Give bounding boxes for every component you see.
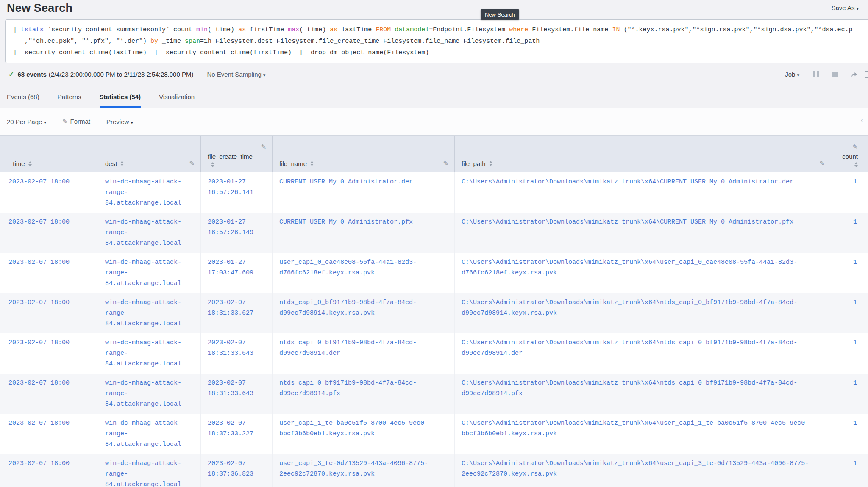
sort-icon[interactable] [310, 161, 314, 166]
cell-file_name[interactable]: user_capi_0_eae48e08-55fa-44a1-82d3-d766… [272, 253, 454, 293]
save-as-label: Save As [831, 4, 854, 11]
cell-file_create_time[interactable]: 2023-02-07 18:31:33.643 [200, 374, 272, 414]
sort-icon[interactable] [28, 161, 32, 166]
edit-column-icon[interactable]: ✎ [443, 160, 448, 167]
stop-job-button[interactable] [832, 72, 838, 77]
cell-count[interactable]: 1 [831, 293, 868, 333]
column-label[interactable]: file_create_time [208, 153, 266, 160]
sort-up-arrow [854, 162, 858, 164]
cell-dest[interactable]: win-dc-mhaag-attack-range-84.attackrange… [98, 293, 200, 333]
cell-file_name[interactable]: ntds_capi_0_bf9171b9-98bd-4f7a-84cd-d99e… [272, 293, 454, 333]
column-label[interactable]: count [842, 153, 858, 160]
event-sampling-dropdown[interactable]: No Event Sampling▾ [207, 71, 265, 78]
search-query-input[interactable]: | tstats `security_content_summariesonly… [5, 19, 868, 63]
print-button-clipped[interactable] [865, 71, 868, 78]
cell-file_create_time[interactable]: 2023-02-07 18:37:36.823 [200, 454, 272, 487]
cell-count[interactable]: 1 [831, 374, 868, 414]
tab-visualization[interactable]: Visualization [159, 86, 195, 108]
cell-file_name[interactable]: CURRENT_USER_My_0_Administrator.pfx [272, 213, 454, 253]
tab-patterns[interactable]: Patterns [58, 86, 81, 108]
cell-file_create_time[interactable]: 2023-02-07 18:37:33.227 [200, 414, 272, 454]
stop-icon [832, 72, 838, 77]
sort-up-arrow [211, 162, 214, 164]
cell-time[interactable]: 2023-02-07 18:00 [0, 293, 98, 333]
sort-down-arrow [310, 164, 314, 166]
edit-column-icon[interactable]: ✎ [819, 160, 825, 167]
query-token: Filesystem.file_name [528, 26, 612, 33]
edit-column-icon[interactable]: ✎ [852, 143, 858, 151]
table-row: 2023-02-07 18:00win-dc-mhaag-attack-rang… [0, 333, 868, 374]
cell-count[interactable]: 1 [831, 213, 868, 253]
column-label[interactable]: file_path [462, 160, 486, 167]
cell-time[interactable]: 2023-02-07 18:00 [0, 213, 98, 253]
edit-column-icon[interactable]: ✎ [189, 160, 195, 167]
query-token: =1h Filesystem.dest Filesystem.file_crea… [200, 38, 540, 45]
title-row: New Search Save As▾ [0, 0, 868, 19]
cell-file_name[interactable]: ntds_capi_0_bf9171b9-98bd-4f7a-84cd-d99e… [272, 374, 454, 414]
cell-file_path[interactable]: C:\Users\Administrator\Downloads\mimikat… [454, 333, 831, 374]
cell-file_name[interactable]: user_capi_1_te-ba0c51f5-8700-4ec5-9ec0-b… [272, 414, 454, 454]
preview-dropdown[interactable]: Preview▾ [106, 118, 133, 125]
header-bottom-row: file_path✎ [462, 160, 825, 167]
column-header-count: ✎count [831, 136, 868, 172]
tab-statistics-54[interactable]: Statistics (54) [100, 86, 141, 108]
cell-file_path[interactable]: C:\Users\Administrator\Downloads\mimikat… [454, 454, 831, 487]
per-page-dropdown[interactable]: 20 Per Page▾ [7, 118, 46, 125]
cell-time[interactable]: 2023-02-07 18:00 [0, 454, 98, 487]
cell-file_name[interactable]: ntds_capi_0_bf9171b9-98bd-4f7a-84cd-d99e… [272, 333, 454, 374]
header-bottom-row: _time [9, 160, 92, 167]
event-count: 68 events [17, 71, 46, 78]
query-token: IN [612, 26, 620, 33]
cell-file_name[interactable]: user_capi_3_te-0d713529-443a-4096-8775-2… [272, 454, 454, 487]
column-label[interactable]: dest [105, 160, 117, 167]
cell-file_create_time[interactable]: 2023-01-27 17:03:47.609 [200, 253, 272, 293]
share-job-button[interactable] [851, 71, 858, 78]
format-button[interactable]: ✎Format [62, 118, 90, 125]
cell-dest[interactable]: win-dc-mhaag-attack-range-84.attackrange… [98, 374, 200, 414]
sort-icon[interactable] [211, 162, 266, 167]
save-as-button[interactable]: Save As▾ [831, 2, 859, 11]
table-row: 2023-02-07 18:00win-dc-mhaag-attack-rang… [0, 374, 868, 414]
cell-time[interactable]: 2023-02-07 18:00 [0, 414, 98, 454]
pause-job-button[interactable] [812, 71, 820, 77]
cell-file_path[interactable]: C:\Users\Administrator\Downloads\mimikat… [454, 253, 831, 293]
cell-time[interactable]: 2023-02-07 18:00 [0, 374, 98, 414]
cell-dest[interactable]: win-dc-mhaag-attack-range-84.attackrange… [98, 253, 200, 293]
cell-count[interactable]: 1 [831, 172, 868, 213]
cell-file_create_time[interactable]: 2023-02-07 18:31:33.643 [200, 333, 272, 374]
cell-time[interactable]: 2023-02-07 18:00 [0, 333, 98, 374]
cell-file_create_time[interactable]: 2023-01-27 16:57:26.149 [200, 213, 272, 253]
cell-time[interactable]: 2023-02-07 18:00 [0, 172, 98, 213]
cell-time[interactable]: 2023-02-07 18:00 [0, 253, 98, 293]
cell-dest[interactable]: win-dc-mhaag-attack-range-84.attackrange… [98, 172, 200, 213]
cell-dest[interactable]: win-dc-mhaag-attack-range-84.attackrange… [98, 333, 200, 374]
cell-file_name[interactable]: CURRENT_USER_My_0_Administrator.der [272, 172, 454, 213]
cell-file_path[interactable]: C:\Users\Administrator\Downloads\mimikat… [454, 172, 831, 213]
column-header-dest: dest✎ [98, 136, 200, 172]
cell-file_path[interactable]: C:\Users\Administrator\Downloads\mimikat… [454, 414, 831, 454]
cell-file_path[interactable]: C:\Users\Administrator\Downloads\mimikat… [454, 374, 831, 414]
tab-events-68[interactable]: Events (68) [7, 86, 39, 108]
cell-file_path[interactable]: C:\Users\Administrator\Downloads\mimikat… [454, 213, 831, 253]
cell-dest[interactable]: win-dc-mhaag-attack-range-84.attackrange… [98, 414, 200, 454]
cell-file_path[interactable]: C:\Users\Administrator\Downloads\mimikat… [454, 293, 831, 333]
cell-file_create_time[interactable]: 2023-02-07 18:31:33.627 [200, 293, 272, 333]
cell-file_create_time[interactable]: 2023-01-27 16:57:26.141 [200, 172, 272, 213]
sort-icon[interactable] [489, 161, 492, 166]
cell-dest[interactable]: win-dc-mhaag-attack-range-84.attackrange… [98, 454, 200, 487]
cell-dest[interactable]: win-dc-mhaag-attack-range-84.attackrange… [98, 213, 200, 253]
job-menu-button[interactable]: Job▾ [785, 71, 799, 78]
column-label[interactable]: _time [9, 160, 25, 167]
sort-up-arrow [120, 161, 124, 163]
chevron-down-icon: ▾ [856, 6, 859, 11]
prev-columns-chevron[interactable]: ‹ [861, 116, 864, 125]
edit-column-icon[interactable]: ✎ [261, 143, 266, 151]
cell-count[interactable]: 1 [831, 454, 868, 487]
cell-count[interactable]: 1 [831, 414, 868, 454]
sort-icon[interactable] [854, 162, 858, 167]
cell-count[interactable]: 1 [831, 253, 868, 293]
new-search-tooltip: New Search [481, 9, 519, 20]
sort-icon[interactable] [120, 161, 124, 166]
column-label[interactable]: file_name [279, 160, 307, 167]
cell-count[interactable]: 1 [831, 333, 868, 374]
